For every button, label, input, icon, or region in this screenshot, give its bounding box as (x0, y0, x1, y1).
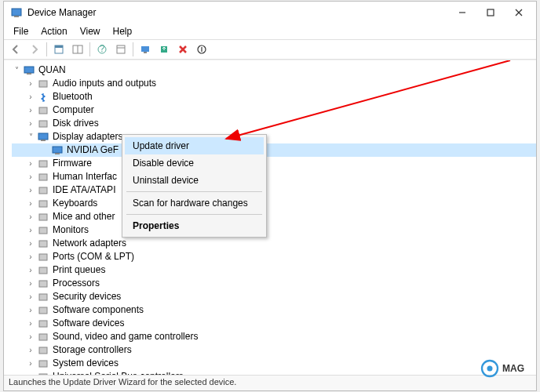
tree-item[interactable]: ›Universal Serial Bus controllers (12, 370, 536, 375)
chevron-right-icon[interactable]: › (26, 263, 35, 277)
device-category-icon (37, 118, 49, 130)
tree-item[interactable]: ›Software devices (12, 317, 536, 330)
ctx-update-driver[interactable]: Update driver (125, 137, 264, 154)
tree-item[interactable]: ›Ports (COM & LPT) (12, 250, 536, 263)
minimize-button[interactable] (448, 3, 476, 22)
update-driver-icon[interactable] (155, 41, 173, 58)
device-category-icon (37, 318, 49, 330)
scan-hardware-icon[interactable] (137, 41, 154, 58)
tree-item[interactable]: ›Network adapters (12, 237, 536, 250)
tree-item[interactable]: ›Processors (12, 277, 536, 290)
device-manager-window: Device Manager File Action View Help ? ˅ (3, 1, 537, 391)
tree-item[interactable]: ›Software components (12, 303, 536, 317)
back-button[interactable] (7, 41, 24, 58)
menu-action[interactable]: Action (35, 24, 73, 38)
tree-item-label: System devices (53, 357, 119, 370)
chevron-right-icon[interactable]: › (26, 250, 35, 263)
tree-item[interactable]: ›Monitors (12, 223, 536, 237)
device-category-icon (37, 371, 49, 376)
tree-item[interactable]: ›Sound, video and game controllers (12, 330, 536, 343)
brand-text: MAG (502, 363, 524, 374)
tree-item[interactable]: ˅Display adapters (12, 130, 536, 143)
chevron-right-icon[interactable]: › (26, 343, 35, 357)
chevron-right-icon[interactable]: › (26, 290, 35, 303)
chevron-right-icon[interactable]: › (26, 277, 35, 290)
tree-item[interactable]: ›Disk drives (12, 117, 536, 130)
chevron-right-icon[interactable]: › (26, 197, 35, 210)
ctx-scan-hardware[interactable]: Scan for hardware changes (125, 194, 264, 212)
tree-item-label: Keyboards (53, 197, 97, 210)
tree-item-label: Network adapters (53, 237, 126, 250)
device-category-icon (37, 304, 49, 317)
svg-rect-40 (39, 307, 47, 314)
tree-content: ˅ QUAN ›Audio inputs and outputs›Bluetoo… (4, 60, 536, 375)
window-title: Device Manager (27, 7, 448, 18)
svg-rect-1 (14, 16, 19, 17)
tree-root[interactable]: ˅ QUAN (12, 64, 536, 77)
chevron-right-icon[interactable]: › (26, 317, 35, 330)
chevron-right-icon[interactable]: › (26, 183, 35, 197)
chevron-right-icon[interactable]: › (26, 103, 35, 117)
device-category-icon (37, 78, 49, 90)
disable-icon[interactable] (193, 41, 210, 58)
svg-text:?: ? (100, 44, 105, 54)
svg-rect-42 (39, 334, 47, 340)
device-category-icon (37, 131, 49, 143)
tree-item-label: Ports (COM & LPT) (53, 250, 134, 263)
svg-rect-12 (117, 45, 125, 53)
tree-item[interactable]: ›Human Interfac (12, 170, 536, 183)
tree-item-label: Audio inputs and outputs (53, 77, 156, 90)
tree-item[interactable]: ›IDE ATA/ATAPI (12, 183, 536, 197)
chevron-right-icon[interactable]: › (26, 303, 35, 317)
uninstall-icon[interactable] (174, 41, 192, 58)
device-tree[interactable]: ˅ QUAN ›Audio inputs and outputs›Bluetoo… (4, 64, 536, 375)
menu-file[interactable]: File (7, 24, 35, 38)
tree-item-label: Computer (53, 103, 94, 117)
tree-item-selected[interactable]: NVIDIA GeF (12, 143, 536, 157)
tree-item[interactable]: ›Storage controllers (12, 343, 536, 357)
svg-point-50 (487, 366, 493, 372)
menu-help[interactable]: Help (107, 24, 139, 38)
ctx-uninstall-device[interactable]: Uninstall device (125, 172, 264, 189)
chevron-right-icon[interactable]: › (26, 330, 35, 343)
tree-item[interactable]: ›Bluetooth (12, 90, 536, 103)
tree-item[interactable]: ›System devices (12, 357, 536, 370)
chevron-right-icon[interactable]: › (26, 357, 35, 370)
ctx-properties[interactable]: Properties (125, 217, 264, 234)
tree-item[interactable]: ›Mice and other (12, 210, 536, 223)
chevron-right-icon[interactable]: › (26, 170, 35, 183)
toolbar-icon-3[interactable] (112, 41, 130, 58)
ctx-disable-device[interactable]: Disable device (125, 154, 264, 172)
close-button[interactable] (505, 3, 533, 22)
menu-view[interactable]: View (74, 24, 107, 38)
tree-item-label: Storage controllers (53, 343, 132, 357)
tree-item[interactable]: ›Firmware (12, 157, 536, 170)
chevron-right-icon[interactable]: › (26, 210, 35, 223)
chevron-right-icon[interactable]: › (26, 77, 35, 90)
chevron-right-icon[interactable]: › (26, 237, 35, 250)
forward-button[interactable] (26, 41, 43, 58)
toolbar-icon-2[interactable] (69, 41, 86, 58)
device-category-icon (37, 158, 49, 170)
chevron-right-icon[interactable]: › (26, 223, 35, 237)
gpu-icon (51, 144, 64, 157)
svg-rect-29 (39, 161, 47, 167)
tree-item-label: Human Interfac (53, 170, 117, 183)
help-icon[interactable]: ? (93, 41, 111, 58)
chevron-right-icon[interactable]: › (26, 90, 35, 103)
chevron-right-icon[interactable]: › (26, 370, 35, 375)
svg-rect-37 (39, 267, 47, 274)
chevron-down-icon[interactable]: ˅ (26, 130, 35, 143)
tree-item[interactable]: ›Computer (12, 103, 536, 117)
tree-item[interactable]: ›Security devices (12, 290, 536, 303)
chevron-right-icon[interactable]: › (26, 117, 35, 130)
tree-item[interactable]: ›Print queues (12, 263, 536, 277)
toolbar-icon-1[interactable] (50, 41, 68, 58)
tree-item[interactable]: ›Audio inputs and outputs (12, 77, 536, 90)
maximize-button[interactable] (476, 3, 505, 22)
svg-rect-22 (39, 81, 47, 87)
chevron-right-icon[interactable]: › (26, 157, 35, 170)
chevron-down-icon[interactable]: ˅ (12, 64, 21, 77)
tree-item[interactable]: ›Keyboards (12, 197, 536, 210)
device-category-icon (37, 211, 49, 223)
